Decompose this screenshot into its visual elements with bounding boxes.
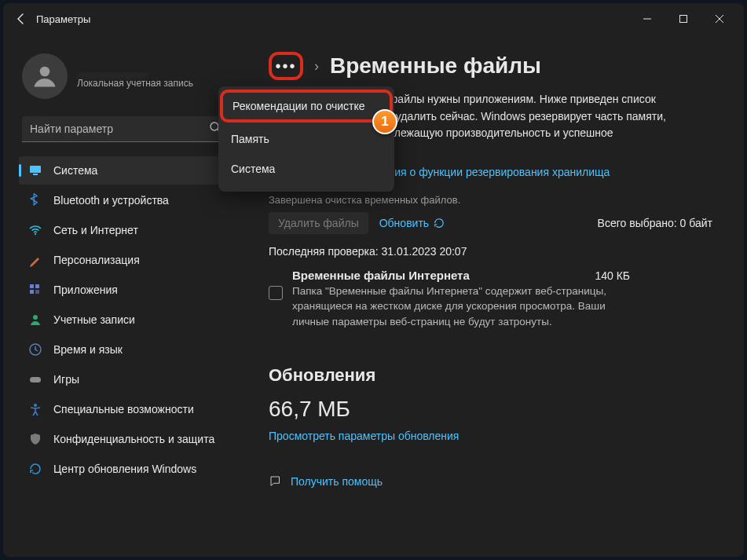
clock-icon [28, 342, 42, 357]
monitor-icon [28, 163, 42, 178]
svg-rect-5 [30, 166, 41, 173]
sidebar-item-label: Время и язык [53, 343, 123, 356]
sidebar-item-shield[interactable]: Конфиденциальность и защита [19, 425, 233, 453]
accessibility-icon [28, 402, 42, 416]
breadcrumb-overflow-button[interactable]: ••• [269, 52, 303, 80]
svg-point-3 [211, 123, 218, 130]
sidebar-item-brush[interactable]: Персонализация [19, 246, 233, 274]
sidebar-item-label: Сеть и Интернет [53, 224, 138, 236]
sidebar-item-label: Bluetooth и устройства [53, 194, 169, 207]
help-row[interactable]: Получить помощь [269, 474, 712, 489]
sidebar: __________ Локальная учетная запись Сист… [3, 35, 239, 557]
flyout-item-cleanup-recommendations[interactable]: Рекомендации по очистке [220, 90, 393, 123]
temp-file-item: Временные файлы Интернета 140 КБ Папка "… [269, 269, 712, 330]
svg-rect-14 [30, 377, 41, 382]
item-checkbox[interactable] [269, 286, 283, 300]
svg-point-7 [35, 233, 36, 235]
titlebar: Параметры [3, 3, 744, 35]
updates-size: 66,7 МБ [269, 397, 712, 422]
sidebar-item-label: Игры [53, 373, 79, 386]
cleanup-status: Завершена очистка временных файлов. [269, 194, 712, 206]
svg-point-12 [33, 315, 38, 320]
page-title: Временные файлы [330, 53, 541, 79]
item-title: Временные файлы Интернета [292, 269, 470, 282]
sidebar-item-person[interactable]: Учетные записи [19, 306, 233, 334]
sidebar-item-label: Персонализация [53, 254, 140, 266]
sidebar-item-bluetooth[interactable]: Bluetooth и устройства [19, 186, 233, 214]
sidebar-item-label: Конфиденциальность и защита [53, 433, 214, 445]
breadcrumb-flyout: Рекомендации по очистке Память Система [218, 86, 394, 192]
apps-icon [28, 283, 42, 297]
svg-rect-8 [30, 284, 34, 288]
chevron-right-icon: › [314, 58, 319, 75]
sidebar-item-monitor[interactable]: Система [19, 156, 233, 185]
svg-point-15 [34, 404, 37, 407]
account-subtitle: Локальная учетная запись [77, 78, 193, 89]
svg-rect-6 [33, 174, 38, 175]
delete-files-button: Удалить файлы [269, 212, 368, 234]
sidebar-item-label: Специальные возможности [53, 403, 194, 415]
wifi-icon [28, 223, 42, 237]
nav-list: СистемаBluetooth и устройстваСеть и Инте… [19, 156, 233, 483]
search-input[interactable] [22, 116, 229, 142]
flyout-item-system[interactable]: Система [220, 154, 393, 184]
sidebar-item-wifi[interactable]: Сеть и Интернет [19, 216, 233, 244]
svg-rect-1 [680, 16, 687, 23]
sidebar-item-accessibility[interactable]: Специальные возможности [19, 395, 233, 423]
sidebar-item-label: Приложения [53, 284, 118, 296]
ellipsis-icon: ••• [275, 57, 296, 75]
bluetooth-icon [28, 193, 42, 207]
close-button[interactable] [701, 7, 738, 31]
item-description: Папка "Временные файлы Интернета" содерж… [292, 284, 630, 330]
refresh-icon [434, 218, 445, 229]
avatar [22, 53, 68, 99]
minimize-button[interactable] [629, 7, 665, 31]
flyout-item-storage[interactable]: Память [220, 124, 393, 154]
gamepad-icon [28, 372, 42, 386]
maximize-button[interactable] [665, 7, 701, 31]
last-check: Последняя проверка: 31.01.2023 20:07 [269, 245, 712, 258]
settings-window: Параметры __________ Локальная учетная з… [3, 3, 744, 557]
item-size: 140 КБ [595, 269, 630, 282]
brush-icon [28, 253, 42, 267]
sidebar-item-apps[interactable]: Приложения [19, 276, 233, 304]
sidebar-item-clock[interactable]: Время и язык [19, 335, 233, 364]
update-icon [28, 462, 42, 476]
updates-settings-link[interactable]: Просмотреть параметры обновления [269, 430, 459, 442]
shield-icon [28, 432, 42, 446]
total-selected: Всего выбрано: 0 байт [598, 217, 712, 229]
search-box[interactable] [22, 116, 229, 142]
updates-header: Обновления [269, 365, 712, 386]
refresh-label: Обновить [379, 217, 429, 229]
svg-rect-11 [35, 290, 39, 294]
back-button[interactable] [9, 7, 33, 31]
svg-rect-9 [35, 284, 39, 288]
sidebar-item-update[interactable]: Центр обновления Windows [19, 455, 233, 483]
person-icon [28, 313, 42, 327]
window-title: Параметры [36, 13, 90, 25]
sidebar-item-label: Центр обновления Windows [53, 463, 196, 475]
account-block[interactable]: __________ Локальная учетная запись [22, 53, 233, 99]
refresh-button[interactable]: Обновить [379, 217, 445, 229]
annotation-badge-1: 1 [372, 109, 397, 134]
sidebar-item-gamepad[interactable]: Игры [19, 365, 233, 393]
breadcrumb: ••• › Временные файлы [269, 52, 712, 80]
sidebar-item-label: Учетные записи [53, 313, 135, 326]
help-link[interactable]: Получить помощь [291, 475, 383, 488]
sidebar-item-label: Система [53, 164, 97, 177]
svg-point-2 [40, 67, 50, 77]
account-name: __________ [77, 64, 193, 78]
svg-rect-10 [30, 290, 34, 294]
help-icon [269, 474, 283, 489]
